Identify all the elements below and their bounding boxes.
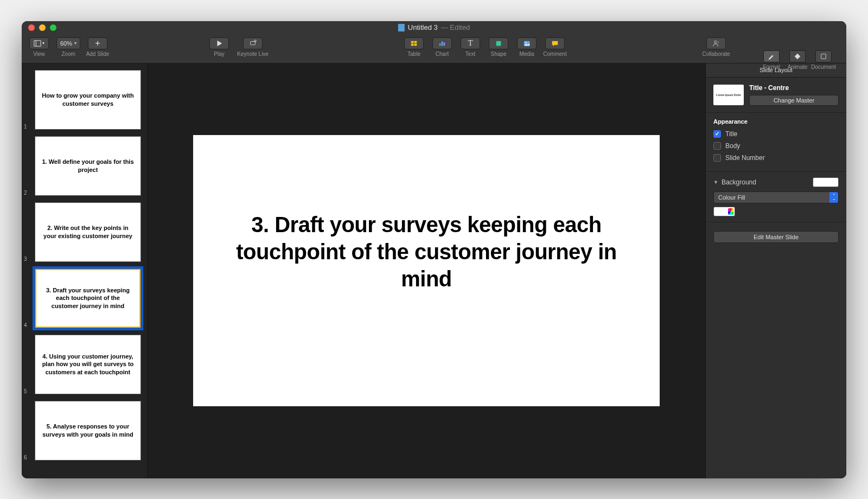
slide-number: 3 (24, 256, 27, 262)
svg-rect-10 (442, 41, 443, 46)
person-add-icon: + (712, 40, 720, 47)
chevron-updown-icon: ⌃⌄ (829, 192, 838, 203)
svg-point-14 (525, 42, 526, 43)
background-section: ▼ Background Colour Fill ⌃⌄ (706, 172, 846, 222)
slide-thumbnail-content[interactable]: 4. Using your customer journey, plan how… (35, 335, 141, 394)
keynote-window: Untitled 3 — Edited ▾ View 60%▾ Zoom + A… (22, 21, 846, 478)
svg-rect-9 (439, 43, 441, 46)
add-slide-button[interactable]: + Add Slide (86, 37, 110, 57)
slide-thumbnail-content[interactable]: 2. Write out the key points in your exis… (35, 202, 141, 262)
color-picker-well[interactable] (713, 207, 735, 216)
master-thumbnail: Lorem Ipsum Dolor (713, 85, 744, 105)
slide-thumbnail-content[interactable]: 3. Draft your surveys keeping each touch… (35, 268, 141, 328)
table-icon (410, 40, 418, 47)
document-status: — Edited (441, 23, 470, 31)
edit-master-slide-button[interactable]: Edit Master Slide (713, 231, 839, 243)
slide-navigator[interactable]: 1How to grow your company with customer … (22, 63, 148, 478)
text-button[interactable]: T Text (458, 37, 482, 57)
title-checkbox[interactable] (713, 130, 721, 138)
svg-rect-20 (821, 54, 826, 59)
body-checkbox-row[interactable]: Body (713, 142, 839, 150)
slide-thumbnail[interactable]: 1How to grow your company with customer … (27, 70, 142, 130)
appearance-section: Appearance Title Body Slide Number (706, 113, 846, 172)
change-master-button[interactable]: Change Master (749, 95, 839, 106)
svg-rect-11 (444, 42, 445, 46)
disclosure-triangle[interactable]: ▼ (713, 180, 718, 185)
play-icon (215, 40, 223, 47)
toolbar: ▾ View 60%▾ Zoom + Add Slide Play Keynot… (22, 34, 846, 63)
media-button[interactable]: Media (515, 37, 539, 57)
close-button[interactable] (28, 24, 35, 31)
document-title: Untitled 3 — Edited (398, 23, 470, 31)
canvas-area[interactable]: 3. Draft your surveys keeping each touch… (148, 63, 705, 478)
slide-number: 1 (24, 124, 27, 130)
media-icon (523, 40, 531, 47)
slide-thumbnail-content[interactable]: How to grow your company with customer s… (35, 70, 141, 130)
chart-icon (438, 40, 446, 47)
minimize-button[interactable] (39, 24, 46, 31)
slide-thumbnail[interactable]: 21. Well define your goals for this proj… (27, 136, 142, 196)
format-inspector: Slide Layout Lorem Ipsum Dolor Title - C… (705, 63, 846, 478)
master-slide-row: Lorem Ipsum Dolor Title - Centre Change … (706, 78, 846, 113)
slide-number: 5 (24, 388, 27, 394)
slide-number-checkbox[interactable] (713, 154, 721, 162)
doc-icon (820, 53, 827, 60)
svg-point-4 (255, 40, 256, 41)
main-area: 1How to grow your company with customer … (22, 63, 846, 478)
master-name: Title - Centre (749, 84, 839, 92)
slide-thumbnail-content[interactable]: 1. Well define your goals for this proje… (35, 136, 141, 196)
shape-button[interactable]: Shape (487, 37, 510, 57)
fill-type-dropdown[interactable]: Colour Fill ⌃⌄ (713, 191, 839, 203)
svg-point-16 (714, 41, 717, 43)
document-icon (398, 24, 405, 31)
slide-title-text[interactable]: 3. Draft your surveys keeping each touch… (226, 211, 627, 292)
chart-button[interactable]: Chart (430, 37, 454, 57)
traffic-lights (28, 24, 56, 31)
play-button[interactable]: Play (207, 37, 231, 57)
slide-thumbnail[interactable]: 43. Draft your surveys keeping each touc… (27, 268, 142, 328)
body-checkbox[interactable] (713, 142, 721, 150)
slide-thumbnail[interactable]: 32. Write out the key points in your exi… (27, 202, 142, 262)
svg-rect-0 (34, 40, 41, 46)
svg-text:+: + (717, 41, 719, 43)
zoom-control[interactable]: 60%▾ Zoom (56, 37, 80, 57)
slide-canvas[interactable]: 3. Draft your surveys keeping each touch… (193, 135, 660, 406)
comment-icon (551, 40, 559, 47)
background-color-well[interactable] (813, 177, 839, 187)
maximize-button[interactable] (50, 24, 56, 31)
svg-rect-12 (496, 41, 501, 46)
svg-marker-2 (218, 40, 222, 46)
slide-number-checkbox-row[interactable]: Slide Number (713, 154, 839, 162)
brush-icon (768, 53, 775, 60)
table-button[interactable]: Table (402, 37, 426, 57)
comment-button[interactable]: Comment (543, 37, 567, 57)
keynote-live-button[interactable]: Keynote Live (237, 37, 269, 57)
slide-number: 6 (24, 455, 27, 460)
title-checkbox-row[interactable]: Title (713, 130, 839, 138)
animate-tab[interactable]: Animate (784, 50, 810, 70)
slide-thumbnail[interactable]: 54. Using your customer journey, plan ho… (27, 335, 142, 394)
view-button[interactable]: ▾ View (27, 37, 51, 57)
slide-thumbnail-content[interactable]: 5. Analyse responses to your surveys wit… (35, 401, 141, 460)
slide-thumbnail[interactable]: 65. Analyse responses to your surveys wi… (27, 401, 142, 460)
document-tab[interactable]: Document (810, 50, 837, 70)
document-name: Untitled 3 (408, 23, 438, 31)
format-tab[interactable]: Format (758, 50, 784, 70)
titlebar: Untitled 3 — Edited (22, 21, 846, 34)
background-label: Background (722, 178, 756, 186)
slide-number: 4 (24, 322, 27, 328)
sidebar-icon (34, 40, 41, 47)
broadcast-icon (249, 40, 257, 47)
inspector-tabs: Format Animate Document (758, 50, 837, 70)
svg-marker-19 (795, 53, 801, 59)
slide-number: 2 (24, 190, 27, 196)
diamond-icon (794, 53, 801, 60)
appearance-label: Appearance (713, 118, 839, 125)
collaborate-button[interactable]: + Collaborate (700, 37, 732, 57)
shape-icon (495, 40, 502, 47)
